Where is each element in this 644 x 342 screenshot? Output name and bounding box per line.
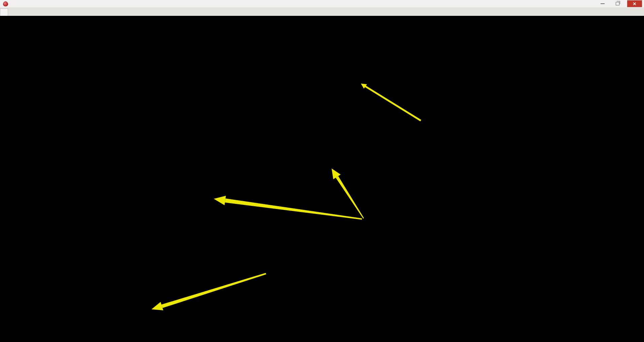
terminal-screen[interactable] [0,16,644,342]
xshell-app-icon [3,1,8,6]
annotation-arrow-2b [214,196,362,220]
title-bar: ✕ [0,0,644,7]
annotation-arrows [0,16,644,342]
close-icon[interactable]: ✕ [627,0,642,7]
restore-icon[interactable] [612,0,622,7]
window-controls: ✕ [598,0,642,7]
new-tab-button[interactable] [0,8,8,16]
annotation-arrow-2a [332,168,364,219]
annotation-arrow-1 [361,84,421,121]
xshell-window: { "window": { "title_host": "k8s101.oldb… [0,0,644,342]
minimize-icon[interactable] [598,0,608,7]
tab-bar [0,7,644,16]
annotation-arrow-3 [151,273,266,310]
